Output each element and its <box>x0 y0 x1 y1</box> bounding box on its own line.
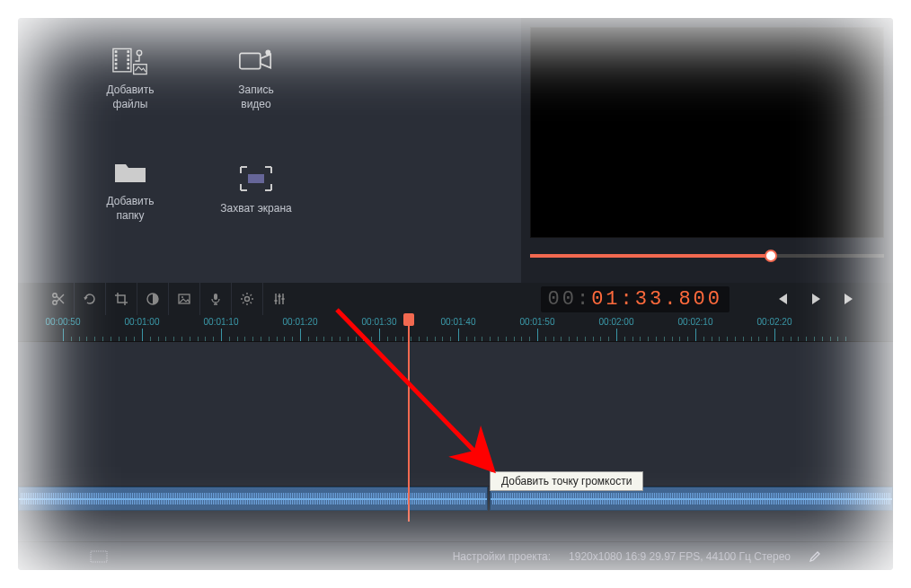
timeline-toolbar <box>18 283 295 315</box>
svg-rect-13 <box>240 53 261 68</box>
folder-icon <box>112 156 148 188</box>
next-button[interactable] <box>843 292 857 306</box>
svg-rect-12 <box>134 64 147 74</box>
ruler-tick-label: 00:01:50 <box>520 317 555 327</box>
svg-point-16 <box>53 294 57 297</box>
time-ruler[interactable]: 00:00:5000:01:0000:01:1000:01:2000:01:30… <box>18 315 893 342</box>
equalizer-icon[interactable] <box>263 283 295 315</box>
context-menu-add-volume-point[interactable]: Добавить точку громкости <box>490 471 643 491</box>
preview-panel <box>521 18 893 283</box>
prev-button[interactable] <box>774 292 789 306</box>
status-bar: Настройки проекта: 1920x1080 16:9 29.97 … <box>18 541 893 570</box>
ruler-tick-label: 00:01:30 <box>362 317 397 327</box>
ruler-tick-label: 00:01:00 <box>125 317 160 327</box>
svg-rect-1 <box>115 50 118 53</box>
rotate-icon[interactable] <box>75 283 106 315</box>
camera-icon <box>238 45 274 76</box>
svg-point-11 <box>137 50 141 55</box>
project-settings-value: 1920x1080 16:9 29.97 FPS, 44100 Гц Стере… <box>569 550 791 563</box>
svg-rect-8 <box>127 58 129 61</box>
seek-thumb[interactable] <box>765 250 777 262</box>
timeline: 00:00:5000:01:0000:01:1000:01:2000:01:30… <box>18 315 893 522</box>
svg-rect-5 <box>115 66 118 69</box>
svg-point-17 <box>53 301 57 304</box>
play-button[interactable] <box>809 292 823 306</box>
svg-rect-4 <box>115 62 118 65</box>
microphone-icon[interactable] <box>200 283 232 315</box>
svg-point-22 <box>245 297 250 302</box>
ruler-tick-label: 00:02:10 <box>678 317 713 327</box>
svg-rect-10 <box>127 66 129 69</box>
add-files-button[interactable]: Добавить файлы <box>81 45 180 111</box>
screen-capture-label: Захват экрана <box>220 202 291 216</box>
svg-rect-26 <box>91 551 107 562</box>
ruler-tick-label: 00:01:40 <box>441 317 476 327</box>
screen-capture-icon <box>238 163 274 195</box>
ruler-tick-label: 00:02:00 <box>599 317 634 327</box>
gear-icon[interactable] <box>232 283 263 315</box>
contrast-icon[interactable] <box>137 283 169 315</box>
media-import-panel: Добавить файлы Запись видео <box>18 18 521 283</box>
pencil-icon[interactable] <box>809 550 821 563</box>
add-folder-label: Добавить папку <box>106 195 154 223</box>
image-icon[interactable] <box>169 283 200 315</box>
preview-video[interactable] <box>530 27 884 238</box>
svg-rect-15 <box>248 174 264 183</box>
timeline-tracks[interactable] <box>18 342 893 522</box>
playback-controls <box>774 292 857 306</box>
audio-clip-1[interactable] <box>18 487 488 511</box>
svg-rect-9 <box>127 62 129 65</box>
add-files-label: Добавить файлы <box>106 83 154 111</box>
record-video-label: Запись видео <box>238 83 273 111</box>
preview-seek-bar[interactable] <box>530 247 884 265</box>
ruler-tick-label: 00:01:20 <box>283 317 318 327</box>
svg-point-20 <box>181 296 183 298</box>
svg-rect-6 <box>127 50 129 53</box>
ruler-tick-label: 00:01:10 <box>204 317 239 327</box>
svg-rect-2 <box>115 54 118 57</box>
screen-capture-button[interactable]: Захват экрана <box>207 156 305 223</box>
svg-rect-7 <box>127 54 129 57</box>
playhead[interactable] <box>408 315 410 522</box>
add-folder-button[interactable]: Добавить папку <box>81 156 180 223</box>
media-files-icon <box>112 45 148 76</box>
ruler-tick-label: 00:00:50 <box>46 317 81 327</box>
svg-rect-21 <box>214 294 217 300</box>
svg-rect-24 <box>278 295 280 297</box>
crop-icon[interactable] <box>106 283 137 315</box>
svg-rect-3 <box>115 58 118 61</box>
filmstrip-icon <box>90 550 108 563</box>
svg-point-14 <box>265 49 270 55</box>
audio-track[interactable] <box>18 486 893 511</box>
project-settings-label: Настройки проекта: <box>453 550 551 563</box>
ruler-tick-label: 00:02:20 <box>757 317 792 327</box>
scissors-icon[interactable] <box>43 283 75 315</box>
svg-rect-23 <box>274 300 277 302</box>
record-video-button[interactable]: Запись видео <box>207 45 305 111</box>
timecode-display: 00:01:33.800 <box>541 286 730 312</box>
svg-rect-25 <box>281 298 284 300</box>
